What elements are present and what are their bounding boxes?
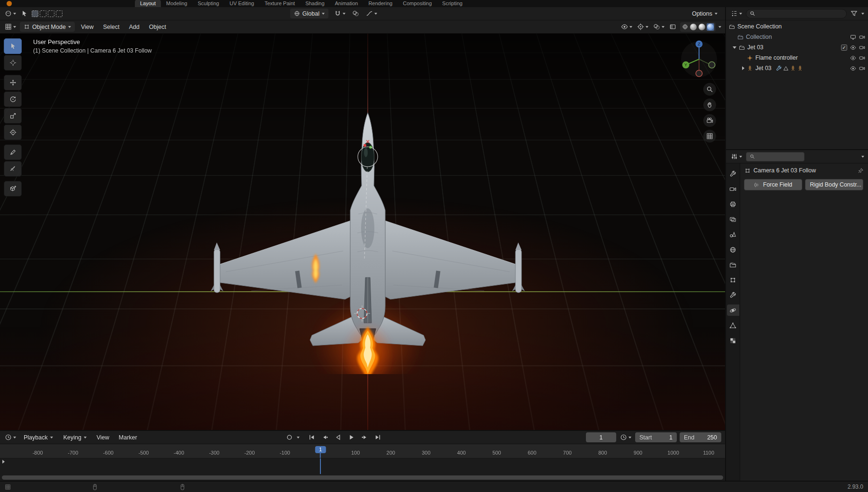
tab-tool[interactable] <box>727 168 739 179</box>
eye-icon[interactable] <box>850 65 856 72</box>
auto-key-record-button[interactable] <box>283 432 295 442</box>
camera-icon[interactable] <box>859 65 865 72</box>
timeline-editor-type-dropdown[interactable] <box>4 433 17 442</box>
rotate-tool[interactable] <box>4 91 22 107</box>
jump-to-start-button[interactable] <box>306 432 318 442</box>
scale-tool[interactable] <box>4 108 22 124</box>
perspective-toggle-button[interactable] <box>703 130 716 143</box>
tab-view-layer[interactable] <box>727 214 739 225</box>
tab-scene[interactable] <box>727 229 739 240</box>
tab-output[interactable] <box>727 198 739 210</box>
expand-icon[interactable] <box>742 66 744 70</box>
outliner-row-flame-controller[interactable]: Flame controller <box>726 53 868 63</box>
frame-start-field[interactable]: Start 1 <box>635 432 677 442</box>
playback-dropdown[interactable]: Playback <box>20 432 57 442</box>
timeline-track[interactable] <box>0 458 725 481</box>
tab-physics[interactable] <box>727 304 739 316</box>
pan-hand-button[interactable] <box>703 98 716 111</box>
options-dropdown[interactable]: Options <box>688 9 721 18</box>
outliner-row-jet03-collection[interactable]: Jet 03 ✓ <box>726 42 868 53</box>
monitor-icon[interactable] <box>850 34 856 40</box>
snap-magnet-icon[interactable] <box>333 9 346 18</box>
channel-expander-icon[interactable] <box>2 460 5 464</box>
object-menu[interactable]: Object <box>146 24 169 30</box>
eye-icon[interactable] <box>850 55 856 61</box>
keying-dropdown[interactable]: Keying <box>60 432 90 442</box>
select-mode-subtract-icon[interactable] <box>48 10 54 17</box>
gizmo-neg-x-axis[interactable] <box>696 70 702 77</box>
jump-to-end-button[interactable] <box>372 432 384 442</box>
expand-icon[interactable] <box>733 46 736 49</box>
add-cube-tool[interactable] <box>4 181 22 197</box>
tab-collection[interactable] <box>727 259 739 270</box>
tab-world[interactable] <box>727 244 739 255</box>
annotate-tool[interactable] <box>4 144 22 160</box>
outliner-row-collection[interactable]: Collection <box>726 32 868 42</box>
proportional-edit-icon[interactable] <box>351 9 360 18</box>
gizmo-neg-y-axis[interactable] <box>709 62 715 68</box>
timeline-view-menu[interactable]: View <box>93 434 113 441</box>
workspace-tab-shading[interactable]: Shading <box>300 0 329 7</box>
show-gizmo-toggle[interactable] <box>636 22 649 31</box>
timeline-marker-menu[interactable]: Marker <box>115 434 141 441</box>
select-mode-extend-icon[interactable] <box>40 10 46 17</box>
tab-object-data[interactable] <box>727 320 739 331</box>
viewport-3d[interactable]: User Perspective (1) Scene Collection | … <box>0 34 725 430</box>
collection-checkbox[interactable]: ✓ <box>841 45 847 51</box>
camera-icon[interactable] <box>859 34 865 40</box>
blender-logo-icon[interactable] <box>7 1 12 6</box>
editor-type-dropdown[interactable] <box>4 9 17 18</box>
mode-dropdown[interactable]: Object Mode <box>20 22 75 32</box>
properties-search[interactable] <box>746 152 805 161</box>
next-keyframe-button[interactable] <box>359 432 371 442</box>
object-visibility-dropdown[interactable] <box>620 22 633 31</box>
filter-icon[interactable] <box>850 9 859 18</box>
playback-sync-dropdown[interactable] <box>619 433 632 442</box>
transform-orientation-dropdown[interactable]: Global <box>290 9 328 18</box>
xray-toggle[interactable] <box>668 22 677 31</box>
add-menu[interactable]: Add <box>126 24 143 30</box>
shading-solid-button[interactable] <box>690 23 697 31</box>
current-frame-badge[interactable]: 1 <box>315 446 326 453</box>
eye-icon[interactable] <box>850 45 856 51</box>
play-reverse-button[interactable] <box>332 432 344 442</box>
zoom-button[interactable] <box>703 83 716 96</box>
select-mode-intersect-icon[interactable] <box>56 10 62 17</box>
workspace-tab-animation[interactable]: Animation <box>330 0 363 7</box>
transform-tool[interactable] <box>4 125 22 140</box>
properties-search-input[interactable] <box>757 153 801 161</box>
cursor-tool[interactable] <box>4 55 22 71</box>
workspace-tab-uv-editing[interactable]: UV Editing <box>224 0 259 7</box>
show-overlays-toggle[interactable] <box>652 22 665 31</box>
select-mode-set-icon[interactable] <box>32 10 38 17</box>
workspace-tab-rendering[interactable]: Rendering <box>363 0 398 7</box>
workspace-tab-layout[interactable]: Layout <box>135 0 161 7</box>
camera-view-button[interactable] <box>703 114 716 127</box>
workspace-tab-sculpting[interactable]: Sculpting <box>193 0 224 7</box>
tab-render[interactable] <box>727 183 739 195</box>
rigid-body-constraint-button[interactable]: Rigid Body Constr... <box>805 179 863 190</box>
camera-icon[interactable] <box>859 55 865 61</box>
viewport-editor-type-dropdown[interactable] <box>4 22 17 31</box>
shading-material-button[interactable] <box>698 23 706 31</box>
tab-texture[interactable] <box>727 335 739 346</box>
camera-icon[interactable] <box>859 45 865 51</box>
play-button[interactable] <box>345 432 357 442</box>
proportional-falloff-icon[interactable] <box>365 9 378 18</box>
select-menu[interactable]: Select <box>100 24 123 30</box>
outliner-row-scene-collection[interactable]: Scene Collection <box>726 21 868 32</box>
current-frame-field[interactable]: 1 <box>586 432 616 442</box>
outliner-search[interactable] <box>746 9 847 18</box>
chevron-down-icon[interactable] <box>861 156 864 158</box>
shading-dropdown-icon[interactable] <box>718 26 721 28</box>
force-field-button[interactable]: Force Field <box>744 179 802 190</box>
chevron-down-icon[interactable] <box>861 13 864 15</box>
outliner-editor-type-dropdown[interactable] <box>730 9 743 18</box>
tab-object[interactable] <box>727 274 739 286</box>
timeline-ruler[interactable]: 1 -800-700-600-500-400-300-200-100100200… <box>0 444 725 458</box>
select-box-tool[interactable] <box>4 38 22 54</box>
workspace-tab-modeling[interactable]: Modeling <box>161 0 193 7</box>
measure-tool[interactable] <box>4 161 22 177</box>
workspace-tab-compositing[interactable]: Compositing <box>398 0 437 7</box>
navigation-gizmo[interactable]: Z Y <box>679 37 719 78</box>
